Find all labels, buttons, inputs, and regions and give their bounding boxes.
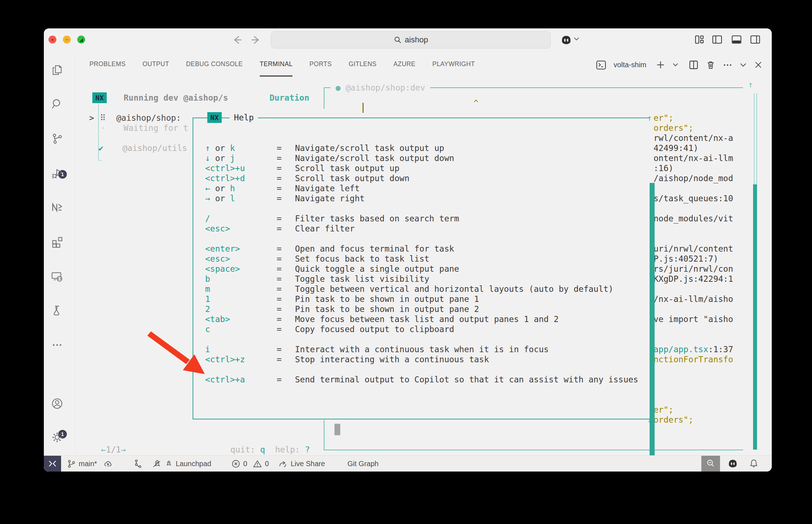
terminal-prompt-icon bbox=[596, 60, 606, 70]
help-row bbox=[205, 203, 638, 213]
panel-tab[interactable]: PLAYWRIGHT bbox=[432, 53, 475, 77]
warnings-icon bbox=[253, 459, 262, 468]
panel-tab[interactable]: AZURE bbox=[393, 53, 415, 77]
terminal-instance-name[interactable]: volta-shim bbox=[614, 61, 646, 69]
output-line: nctionForTransfo bbox=[654, 354, 733, 364]
git-branch-item[interactable]: main* bbox=[67, 456, 114, 472]
help-row: m=Toggle between vertical and horizontal… bbox=[205, 284, 638, 294]
panel-tab[interactable]: OUTPUT bbox=[142, 53, 169, 77]
pane2-bottom-border bbox=[324, 450, 743, 450]
task-pager[interactable]: ←1/1→ bbox=[101, 445, 126, 455]
vscode-window: × − ◢ aishop bbox=[44, 28, 772, 472]
help-row: <ctrl>+z=Stop interacting with a continu… bbox=[205, 354, 638, 364]
back-arrow-icon[interactable] bbox=[232, 35, 243, 45]
problems-item[interactable]: 0 0 bbox=[231, 456, 269, 472]
help-row: 1=Pin task to be shown in output pane 1 bbox=[205, 294, 638, 304]
help-row: ↓ or j=Navigate/scroll task output down bbox=[205, 153, 638, 163]
minimize-window-button[interactable]: − bbox=[63, 36, 71, 43]
output-line bbox=[654, 224, 733, 234]
runner-title: Running dev @aishop/s bbox=[124, 93, 228, 103]
output-pane2-text: ↑er"; orders"; rwl/content/nx-a 42499:41… bbox=[654, 113, 733, 425]
pane2-left-border-top bbox=[324, 87, 324, 109]
copilot-menu-icon[interactable] bbox=[560, 34, 572, 46]
help-row: <esc>=Set focus back to task list bbox=[205, 254, 638, 264]
customize-layout-icon[interactable] bbox=[694, 34, 705, 45]
help-title: Help bbox=[230, 112, 258, 123]
panel-tab[interactable]: GITLENS bbox=[349, 53, 377, 77]
split-terminal-button[interactable] bbox=[689, 60, 698, 70]
toggle-panel-icon[interactable] bbox=[731, 34, 742, 45]
copilot-status-icon[interactable] bbox=[727, 456, 738, 472]
hide-panel-chevron-icon[interactable] bbox=[740, 63, 747, 67]
help-row: <tab>=Move focus between task list and o… bbox=[205, 314, 638, 324]
right-scrollbar-thumb[interactable] bbox=[753, 184, 757, 450]
status-bar: main* Launchpad 0 0 Live Share Git Graph bbox=[44, 455, 772, 472]
chevron-down-icon[interactable] bbox=[573, 37, 580, 41]
output-line bbox=[654, 385, 733, 395]
help-row: <ctrl>+a=Send terminal output to Copilot… bbox=[205, 374, 638, 385]
help-row: → or l=Navigate right bbox=[205, 193, 638, 203]
output-line: KXgDP.js:42294:1 bbox=[654, 274, 733, 284]
output-line: s/task_queues:10 bbox=[654, 193, 733, 203]
command-center-search[interactable]: aishop bbox=[271, 31, 551, 49]
task-list-subrow: ·Waiting for t bbox=[101, 123, 188, 133]
close-window-button[interactable]: × bbox=[49, 36, 56, 43]
launchpad-item[interactable]: Launchpad bbox=[152, 456, 211, 472]
output-line bbox=[654, 374, 733, 385]
output-line: /aishop/node_mod bbox=[654, 173, 733, 183]
search-value: aishop bbox=[405, 35, 428, 45]
pane2-scrollbar-thumb[interactable] bbox=[335, 424, 340, 435]
zoom-out-indicator[interactable] bbox=[701, 456, 720, 472]
output-line bbox=[654, 234, 733, 244]
zoom-window-button[interactable]: ◢ bbox=[77, 36, 85, 43]
running-bullet-icon: ● bbox=[336, 83, 341, 92]
output-line: uri/nrwl/content bbox=[654, 244, 733, 254]
output-line: app/app.tsx:1:37 bbox=[654, 344, 733, 354]
task-list-row-done[interactable]: ✔@aishop/utils bbox=[98, 143, 187, 153]
output-line: rwl/content/nx-a bbox=[654, 133, 733, 143]
toggle-sidebar-icon[interactable] bbox=[712, 34, 723, 45]
output-line: node_modules/vit bbox=[654, 213, 733, 224]
panel-tab[interactable]: TERMINAL bbox=[260, 53, 293, 77]
help-row bbox=[205, 334, 638, 344]
scroll-up-arrow[interactable]: ↑ bbox=[748, 79, 753, 89]
output-scrollbar-thumb[interactable] bbox=[650, 183, 655, 462]
terminal-content: NX Running dev @aishop/s Duration ● @ais… bbox=[44, 77, 772, 456]
output-line: ontent/nx-ai-llm bbox=[654, 153, 733, 163]
forward-arrow-icon[interactable] bbox=[250, 35, 261, 45]
help-row bbox=[205, 234, 638, 244]
explorer-icon[interactable] bbox=[51, 64, 63, 76]
rocket-crossed-icon bbox=[152, 459, 161, 469]
output-line bbox=[654, 395, 733, 405]
output-line: er"; bbox=[654, 405, 733, 415]
toggle-secondary-sidebar-icon[interactable] bbox=[750, 34, 761, 45]
pipeline-item[interactable] bbox=[134, 456, 143, 472]
rocket-icon bbox=[164, 459, 173, 468]
remote-indicator[interactable] bbox=[44, 456, 61, 472]
close-panel-icon[interactable] bbox=[754, 61, 762, 69]
git-graph-item[interactable]: Git Graph bbox=[347, 456, 379, 472]
output-line bbox=[654, 203, 733, 213]
new-terminal-button[interactable] bbox=[656, 60, 665, 69]
runner-connector-foot bbox=[98, 160, 101, 161]
help-row: b=Toggle task list visibility bbox=[205, 274, 638, 284]
help-row: c=Copy focused output to clipboard bbox=[205, 324, 638, 334]
output-line: orders"; bbox=[654, 123, 733, 133]
live-share-icon bbox=[278, 459, 288, 469]
more-actions-icon[interactable] bbox=[723, 60, 732, 70]
panel-tab[interactable]: DEBUG CONSOLE bbox=[186, 53, 243, 77]
task-list-row[interactable]: >⠿@aishop/shop: bbox=[89, 113, 181, 123]
output-line bbox=[654, 284, 733, 294]
output-line: :16) bbox=[654, 163, 733, 173]
terminal-profile-dropdown-icon[interactable] bbox=[673, 63, 678, 67]
help-row: <ctrl>+u=Scroll task output up bbox=[205, 163, 638, 173]
kill-terminal-button[interactable] bbox=[706, 60, 715, 70]
output-line: P.js:40521:7) bbox=[654, 254, 733, 264]
panel-tab[interactable]: PORTS bbox=[309, 53, 332, 77]
panel-tab[interactable]: PROBLEMS bbox=[89, 53, 125, 77]
help-box-bottom-border bbox=[193, 419, 650, 419]
panel-tabs: PROBLEMSOUTPUTDEBUG CONSOLETERMINALPORTS… bbox=[89, 53, 475, 77]
live-share-item[interactable]: Live Share bbox=[278, 456, 325, 472]
notifications-bell-icon[interactable] bbox=[749, 456, 759, 472]
output-line: ↑er"; bbox=[654, 113, 733, 123]
